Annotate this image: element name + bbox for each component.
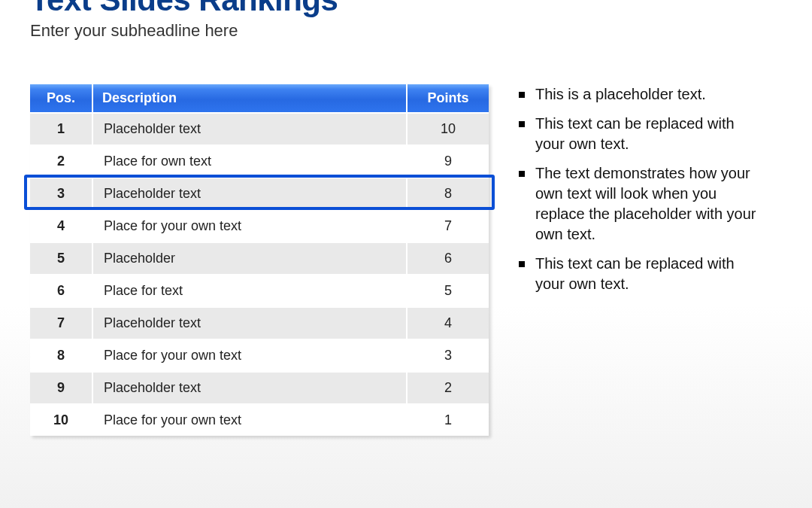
cell-points: 7: [408, 209, 489, 242]
bullet-item: The text demonstrates how your own text …: [519, 163, 767, 245]
col-header-description: Description: [93, 84, 408, 112]
cell-points: 10: [408, 112, 489, 144]
cell-description: Place for your own text: [93, 339, 408, 371]
table-row: 4Place for your own text7: [30, 209, 489, 242]
col-header-position: Pos.: [30, 84, 93, 112]
cell-points: 1: [408, 403, 489, 436]
cell-position: 2: [30, 144, 93, 177]
bullet-list: This is a placeholder text.This text can…: [519, 84, 782, 436]
cell-description: Placeholder: [93, 242, 408, 274]
content-row: Pos. Description Points 1Placeholder tex…: [30, 84, 782, 436]
cell-points: 6: [408, 242, 489, 274]
cell-description: Place for your own text: [93, 209, 408, 242]
cell-description: Placeholder text: [93, 371, 408, 403]
cell-position: 8: [30, 339, 93, 371]
cell-position: 9: [30, 371, 93, 403]
cell-points: 2: [408, 371, 489, 403]
table-row: 5Placeholder6: [30, 242, 489, 274]
cell-description: Place for text: [93, 274, 408, 306]
table-row: 6Place for text5: [30, 274, 489, 306]
cell-position: 6: [30, 274, 93, 306]
cell-description: Place for your own text: [93, 403, 408, 436]
cell-position: 10: [30, 403, 93, 436]
cell-description: Place for own text: [93, 144, 408, 177]
cell-points: 3: [408, 339, 489, 371]
cell-position: 4: [30, 209, 93, 242]
bullet-item: This text can be replaced with your own …: [519, 114, 767, 154]
table-row: 9Placeholder text2: [30, 371, 489, 403]
cell-position: 1: [30, 112, 93, 144]
bullet-item: This text can be replaced with your own …: [519, 254, 767, 294]
cell-points: 4: [408, 306, 489, 339]
table-row: 7Placeholder text4: [30, 306, 489, 339]
cell-description: Placeholder text: [93, 177, 408, 209]
cell-description: Placeholder text: [93, 112, 408, 144]
table-row: 10Place for your own text1: [30, 403, 489, 436]
slide: Text Slides Rankings Enter your subheadl…: [0, 0, 812, 436]
rankings-table: Pos. Description Points 1Placeholder tex…: [30, 84, 489, 436]
cell-position: 3: [30, 177, 93, 209]
slide-title: Text Slides Rankings: [30, 0, 782, 18]
cell-description: Placeholder text: [93, 306, 408, 339]
table-row: 2Place for own text9: [30, 144, 489, 177]
cell-points: 8: [408, 177, 489, 209]
col-header-points: Points: [408, 84, 489, 112]
cell-position: 7: [30, 306, 93, 339]
table-row: 8Place for your own text3: [30, 339, 489, 371]
cell-position: 5: [30, 242, 93, 274]
cell-points: 5: [408, 274, 489, 306]
table-row: 3Placeholder text8: [30, 177, 489, 209]
rankings-table-container: Pos. Description Points 1Placeholder tex…: [30, 84, 489, 436]
bullet-item: This is a placeholder text.: [519, 84, 767, 105]
cell-points: 9: [408, 144, 489, 177]
table-row: 1Placeholder text10: [30, 112, 489, 144]
slide-subtitle: Enter your subheadline here: [30, 21, 782, 41]
